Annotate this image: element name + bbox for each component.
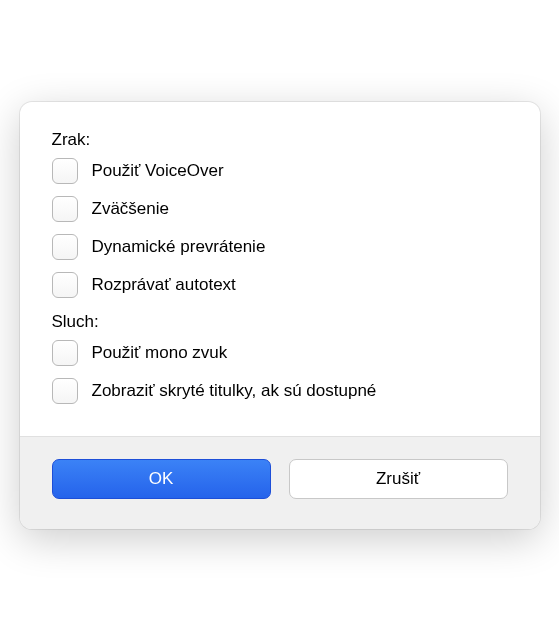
checkbox-label-closed-captions[interactable]: Zobraziť skryté titulky, ak sú dostupné: [92, 381, 377, 401]
checkbox-label-mono-audio[interactable]: Použiť mono zvuk: [92, 343, 228, 363]
cancel-button[interactable]: Zrušiť: [289, 459, 508, 499]
dialog-content: Zrak: Použiť VoiceOver Zväčšenie Dynamic…: [20, 102, 540, 436]
checkbox-closed-captions[interactable]: [52, 378, 78, 404]
checkbox-row-zoom: Zväčšenie: [52, 196, 508, 222]
hearing-section-label: Sluch:: [52, 312, 508, 332]
ok-button[interactable]: OK: [52, 459, 271, 499]
checkbox-row-mono-audio: Použiť mono zvuk: [52, 340, 508, 366]
checkbox-label-dynamic-flip[interactable]: Dynamické prevrátenie: [92, 237, 266, 257]
checkbox-row-dynamic-flip: Dynamické prevrátenie: [52, 234, 508, 260]
checkbox-mono-audio[interactable]: [52, 340, 78, 366]
checkbox-zoom[interactable]: [52, 196, 78, 222]
checkbox-label-zoom[interactable]: Zväčšenie: [92, 199, 169, 219]
checkbox-row-speak-autotext: Rozprávať autotext: [52, 272, 508, 298]
dialog-footer: OK Zrušiť: [20, 436, 540, 529]
checkbox-voiceover[interactable]: [52, 158, 78, 184]
checkbox-row-voiceover: Použiť VoiceOver: [52, 158, 508, 184]
vision-section-label: Zrak:: [52, 130, 508, 150]
checkbox-row-closed-captions: Zobraziť skryté titulky, ak sú dostupné: [52, 378, 508, 404]
checkbox-dynamic-flip[interactable]: [52, 234, 78, 260]
checkbox-label-speak-autotext[interactable]: Rozprávať autotext: [92, 275, 236, 295]
checkbox-label-voiceover[interactable]: Použiť VoiceOver: [92, 161, 224, 181]
accessibility-dialog: Zrak: Použiť VoiceOver Zväčšenie Dynamic…: [20, 102, 540, 529]
checkbox-speak-autotext[interactable]: [52, 272, 78, 298]
